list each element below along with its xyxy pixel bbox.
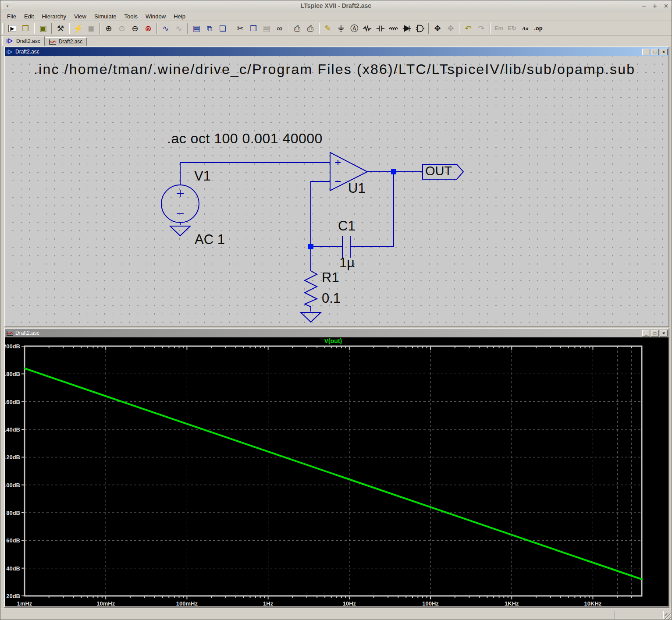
ground-button[interactable] xyxy=(335,22,347,34)
print-setup-button[interactable]: ⎙ xyxy=(304,22,316,34)
close-button[interactable]: × xyxy=(664,2,668,11)
schematic-window-title: Draft2.asc xyxy=(15,49,640,55)
menu-item-edit[interactable]: Edit xyxy=(20,13,38,20)
run-button[interactable]: ⚡ xyxy=(72,22,84,34)
zoom-out-icon: ⊖ xyxy=(132,25,138,32)
spice-directive-button[interactable]: .op xyxy=(532,22,544,34)
new-schematic-button[interactable]: ▶ xyxy=(6,22,18,34)
ground-icon xyxy=(336,24,346,33)
menu-item-window[interactable]: Window xyxy=(142,13,170,20)
save-button[interactable]: ▣ xyxy=(37,22,49,34)
ground-symbol[interactable] xyxy=(301,312,321,322)
zoom-out-button[interactable]: ⊖ xyxy=(129,22,141,34)
resize-grip[interactable] xyxy=(665,613,671,620)
component-button[interactable] xyxy=(414,22,426,34)
spectrum-button[interactable]: ∿ xyxy=(173,22,185,34)
y-axis-label: 100dB xyxy=(5,482,20,489)
print-button[interactable]: ⎙ xyxy=(291,22,303,34)
maximize-button[interactable]: □ xyxy=(651,49,659,55)
x-axis-label: 1mHz xyxy=(17,600,32,606)
minimize-button[interactable]: − xyxy=(642,2,646,11)
autorange-button[interactable]: ∿ xyxy=(160,22,172,34)
maximize-button[interactable]: + xyxy=(653,2,657,11)
wire-junction xyxy=(308,244,313,249)
waveform-plot[interactable]: 200dB180dB160dB140dB120dB100dB80dB60dB40… xyxy=(5,337,668,606)
waveform-tab-icon xyxy=(49,39,57,45)
zoom-area-button[interactable]: ⊙ xyxy=(116,22,128,34)
schematic-canvas[interactable]: .inc /home/tman/.wine/drive_c/Program Fi… xyxy=(5,56,668,326)
toolbar-handle[interactable] xyxy=(2,23,4,34)
close-button[interactable]: × xyxy=(660,49,668,55)
menu-item-help[interactable]: Help xyxy=(170,13,189,20)
r1-value[interactable]: 0.1 xyxy=(322,291,341,306)
out-net-label[interactable]: OUT xyxy=(425,164,452,177)
move-button[interactable]: ✥ xyxy=(431,22,444,34)
toolbar-separator xyxy=(69,23,70,34)
open-button[interactable]: ❐ xyxy=(19,22,32,34)
zoom-full-button[interactable]: ⊗ xyxy=(142,22,154,34)
r1-refdes[interactable]: R1 xyxy=(322,271,339,285)
copy-button[interactable]: ❐ xyxy=(247,22,260,34)
scissors-icon: ✂ xyxy=(237,25,243,32)
tab-waveform-draft2[interactable]: Draft2.asc xyxy=(45,37,87,46)
paste-button[interactable]: ▤ xyxy=(260,22,273,34)
tile-vertical-button[interactable]: ⧉ xyxy=(203,22,216,34)
u1-refdes[interactable]: U1 xyxy=(348,181,366,196)
inductor-button[interactable] xyxy=(388,22,400,34)
ac-directive[interactable]: .ac oct 100 0.001 40000 xyxy=(167,131,323,146)
capacitor-button[interactable] xyxy=(374,22,387,34)
c1-refdes[interactable]: C1 xyxy=(338,219,356,234)
capacitor-c1[interactable] xyxy=(342,236,350,258)
diode-button[interactable] xyxy=(401,22,413,34)
tile-vertical-icon: ⧉ xyxy=(207,25,213,32)
drag-hand-icon: ✥ xyxy=(447,25,454,32)
schematic-window-icon xyxy=(7,49,14,55)
resistor-button[interactable] xyxy=(361,22,373,34)
voltage-source-v1[interactable] xyxy=(161,185,199,223)
control-panel-button[interactable]: ⚒ xyxy=(54,22,67,34)
tab-schematic-draft2[interactable]: Draft2.asc xyxy=(2,36,45,46)
redo-button[interactable]: ↷ xyxy=(475,22,487,34)
undo-button[interactable]: ↶ xyxy=(462,22,474,34)
save-floppy-icon: ▣ xyxy=(39,25,46,32)
ground-symbol[interactable] xyxy=(170,226,190,236)
zoom-in-button[interactable]: ⊕ xyxy=(103,22,115,34)
v1-refdes[interactable]: V1 xyxy=(194,169,211,184)
vout-trace xyxy=(25,368,642,579)
copy-icon: ❐ xyxy=(250,25,257,32)
plot-border xyxy=(25,346,642,596)
menu-item-hierarchy[interactable]: Hierarchy xyxy=(38,13,70,20)
redo-icon: ↷ xyxy=(478,25,484,32)
x-axis-label: 100mHz xyxy=(176,600,198,606)
schematic-window-titlebar[interactable]: Draft2.asc _□× xyxy=(5,47,668,56)
menu-item-simulate[interactable]: Simulate xyxy=(90,13,121,20)
toolbar-separator xyxy=(34,23,35,34)
tile-horizontal-button[interactable]: ▤ xyxy=(190,22,203,34)
mirror-button[interactable]: Em xyxy=(493,22,505,34)
close-button[interactable]: × xyxy=(660,330,668,337)
drag-button[interactable]: ✥ xyxy=(444,22,457,34)
net-label-button[interactable]: Ⓐ xyxy=(348,22,360,34)
menu-item-tools[interactable]: Tools xyxy=(121,13,142,20)
menu-item-file[interactable]: File xyxy=(3,13,20,20)
menu-item-view[interactable]: View xyxy=(70,13,90,20)
cut-button[interactable]: ✂ xyxy=(234,22,246,34)
minimize-button[interactable]: _ xyxy=(642,49,650,55)
x-axis-label: 10Hz xyxy=(343,600,356,606)
c1-value[interactable]: 1µ xyxy=(339,256,355,270)
toolbar-separator xyxy=(428,23,429,34)
logic-gate-icon xyxy=(415,24,425,33)
status-panel xyxy=(615,611,664,619)
include-directive[interactable]: .inc /home/tman/.wine/drive_c/Program Fi… xyxy=(34,62,635,77)
waveform-window-titlebar[interactable]: Draft2.asc _□× xyxy=(5,329,668,337)
resistor-r1[interactable] xyxy=(305,271,317,307)
cascade-button[interactable]: ❏ xyxy=(217,22,229,34)
v1-value[interactable]: AC 1 xyxy=(195,233,225,247)
maximize-button[interactable]: □ xyxy=(651,330,659,337)
rotate-button[interactable]: E↻ xyxy=(506,22,518,34)
text-button[interactable]: Aa xyxy=(519,22,531,34)
halt-button[interactable]: ◼ xyxy=(85,22,97,34)
find-button[interactable]: ∞ xyxy=(274,22,286,34)
wire-button[interactable]: ✎ xyxy=(322,22,334,34)
minimize-button[interactable]: _ xyxy=(642,330,650,337)
